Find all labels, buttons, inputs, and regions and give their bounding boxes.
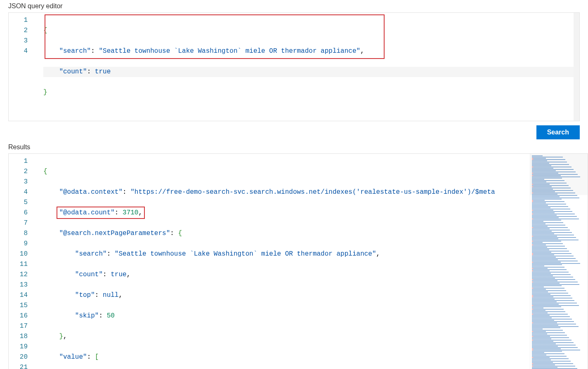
query-gutter: 1 2 3 4	[9, 13, 37, 121]
results-label: Results	[0, 141, 588, 153]
results-editor[interactable]: 1 2 3 4 5 6 7 8 9 10 11 12 13 14 15 16 1…	[9, 154, 530, 369]
query-editor-container: 1 2 3 4 { "search": "Seattle townhouse `…	[8, 12, 580, 121]
results-minimap[interactable]: // minimap lines generated below after d…	[530, 154, 588, 369]
results-gutter: 1 2 3 4 5 6 7 8 9 10 11 12 13 14 15 16 1…	[9, 154, 37, 369]
query-editor-label: JSON query editor	[0, 0, 588, 12]
results-code[interactable]: { "@odata.context": "https://free-demo-s…	[37, 154, 530, 369]
query-code[interactable]: { "search": "Seattle townhouse `Lake Was…	[37, 13, 579, 121]
query-scrollbar[interactable]	[574, 13, 579, 121]
search-button[interactable]: Search	[536, 125, 580, 139]
results-container: 1 2 3 4 5 6 7 8 9 10 11 12 13 14 15 16 1…	[8, 153, 588, 369]
query-editor[interactable]: 1 2 3 4 { "search": "Seattle townhouse `…	[9, 13, 579, 121]
